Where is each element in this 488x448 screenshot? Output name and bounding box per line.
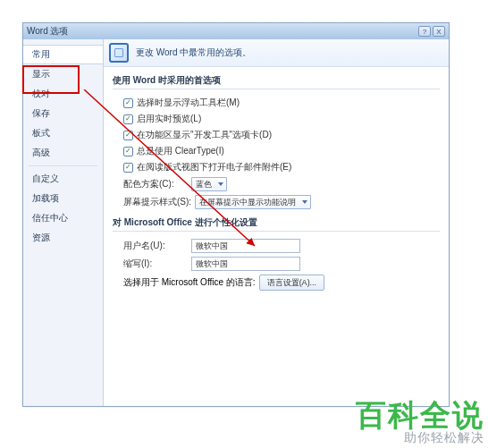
help-button[interactable]: ?	[418, 26, 431, 37]
banner: 更改 Word 中最常用的选项。	[104, 39, 449, 67]
sidebar-item-advanced[interactable]: 高级	[23, 143, 103, 163]
screentip-row: 屏幕提示样式(S): 在屏幕提示中显示功能说明	[113, 193, 440, 211]
username-row: 用户名(U):	[113, 237, 440, 255]
options-icon	[109, 43, 129, 63]
username-label: 用户名(U):	[123, 240, 188, 252]
watermark-subtitle: 助你轻松解决	[356, 430, 484, 446]
color-scheme-label: 配色方案(C):	[123, 178, 188, 190]
section1-header: 使用 Word 时采用的首选项	[113, 74, 440, 89]
checkbox-live-preview[interactable]	[123, 114, 133, 124]
initials-row: 缩写(I):	[113, 255, 440, 273]
banner-text: 更改 Word 中最常用的选项。	[136, 46, 251, 59]
opt-label: 启用实时预览(L)	[137, 113, 201, 125]
opt-label: 总是使用 ClearType(I)	[137, 145, 224, 157]
color-scheme-select[interactable]: 蓝色	[191, 177, 227, 191]
sidebar-item-resources[interactable]: 资源	[23, 228, 103, 248]
sidebar-item-display[interactable]: 显示	[23, 64, 103, 84]
language-settings-button[interactable]: 语言设置(A)...	[259, 275, 325, 291]
initials-input[interactable]	[191, 257, 300, 271]
opt-reading-attachments[interactable]: 在阅读版式视图下打开电子邮件附件(E)	[113, 159, 440, 175]
sidebar-item-save[interactable]: 保存	[23, 104, 103, 123]
checkbox-developer-tab[interactable]	[123, 131, 133, 140]
language-row: 选择用于 Microsoft Office 的语言: 语言设置(A)...	[113, 273, 440, 292]
sidebar-item-trust[interactable]: 信任中心	[23, 208, 103, 228]
sidebar-item-addins[interactable]: 加载项	[23, 189, 103, 208]
sidebar-item-common[interactable]: 常用	[23, 45, 103, 64]
checkbox-mini-toolbar[interactable]	[123, 98, 133, 108]
section2-header: 对 Microsoft Office 进行个性化设置	[113, 216, 440, 232]
sidebar-separator	[29, 165, 97, 166]
sidebar-item-customize[interactable]: 自定义	[23, 169, 103, 189]
opt-label: 选择时显示浮动工具栏(M)	[137, 97, 240, 109]
username-input[interactable]	[191, 239, 300, 253]
screentip-select[interactable]: 在屏幕提示中显示功能说明	[195, 195, 311, 209]
opt-mini-toolbar[interactable]: 选择时显示浮动工具栏(M)	[113, 95, 440, 111]
titlebar-buttons: ? X	[418, 26, 445, 37]
checkbox-cleartype[interactable]	[123, 147, 133, 156]
sidebar-item-layout[interactable]: 板式	[23, 123, 103, 143]
opt-live-preview[interactable]: 启用实时预览(L)	[113, 111, 440, 127]
opt-label: 在阅读版式视图下打开电子邮件附件(E)	[137, 161, 291, 173]
initials-label: 缩写(I):	[123, 258, 188, 270]
language-row-label: 选择用于 Microsoft Office 的语言:	[123, 276, 256, 289]
content-pane: 更改 Word 中最常用的选项。 使用 Word 时采用的首选项 选择时显示浮动…	[104, 39, 449, 406]
options-window: Word 选项 ? X 常用 显示 校对 保存 板式 高级 自定义 加载项 信任…	[22, 22, 450, 407]
titlebar: Word 选项 ? X	[23, 23, 449, 39]
sidebar: 常用 显示 校对 保存 板式 高级 自定义 加载项 信任中心 资源	[23, 39, 104, 406]
close-button[interactable]: X	[433, 26, 445, 37]
sidebar-item-proofing[interactable]: 校对	[23, 84, 103, 104]
window-title: Word 选项	[27, 25, 69, 38]
opt-developer-tab[interactable]: 在功能区显示"开发工具"选项卡(D)	[113, 127, 440, 143]
opt-cleartype[interactable]: 总是使用 ClearType(I)	[113, 143, 440, 159]
checkbox-reading-attachments[interactable]	[123, 163, 133, 173]
screentip-label: 屏幕提示样式(S):	[123, 196, 191, 208]
opt-label: 在功能区显示"开发工具"选项卡(D)	[137, 129, 272, 141]
color-scheme-row: 配色方案(C): 蓝色	[113, 175, 440, 193]
window-body: 常用 显示 校对 保存 板式 高级 自定义 加载项 信任中心 资源 更改 Wor…	[23, 39, 449, 406]
